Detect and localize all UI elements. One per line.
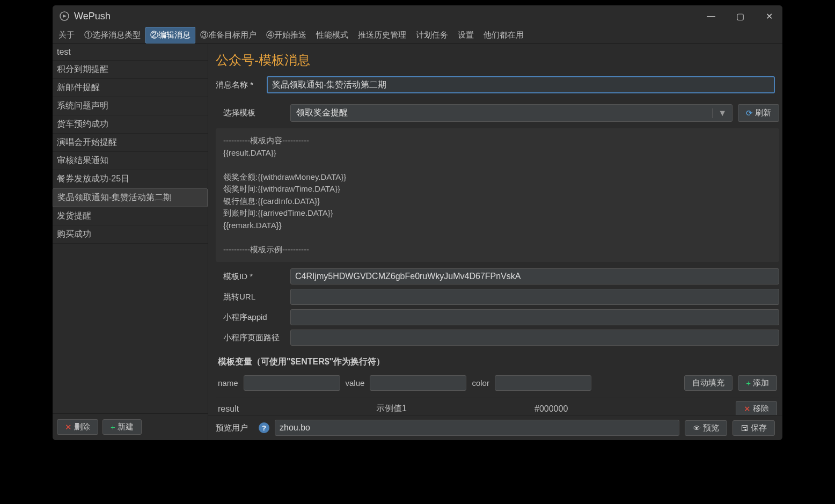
- template-select-value: 领取奖金提醒: [296, 107, 348, 119]
- tab-7[interactable]: 计划任务: [411, 27, 453, 43]
- refresh-button[interactable]: ⟳刷新: [738, 104, 779, 122]
- message-name-input[interactable]: [267, 76, 775, 93]
- label-var-value: value: [346, 378, 365, 388]
- tab-5[interactable]: 性能模式: [311, 27, 353, 43]
- preview-user-input[interactable]: [275, 420, 679, 436]
- var-row: result示例值1#000000✕移除: [216, 397, 779, 415]
- var-row-value: 示例值1: [376, 403, 534, 414]
- url-input[interactable]: [290, 289, 779, 305]
- chevron-down-icon: ▼: [712, 108, 727, 118]
- page-path-input[interactable]: [290, 330, 779, 346]
- tab-1[interactable]: ①选择消息类型: [79, 27, 145, 43]
- sidebar-item[interactable]: 货车预约成功: [53, 115, 208, 134]
- label-page-path: 小程序页面路径: [223, 333, 285, 343]
- delete-button[interactable]: ✕删除: [57, 419, 98, 435]
- label-message-name: 消息名称: [216, 80, 261, 90]
- minimize-button[interactable]: —: [704, 11, 718, 21]
- vars-title: 模板变量（可使用"$ENTER$"作为换行符）: [216, 352, 779, 372]
- tab-2[interactable]: ②编辑消息: [145, 27, 195, 43]
- template-select[interactable]: 领取奖金提醒 ▼: [290, 104, 733, 122]
- label-template-id: 模板ID: [223, 272, 285, 282]
- tab-bar: 关于①选择消息类型②编辑消息③准备目标用户④开始推送性能模式推送历史管理计划任务…: [53, 27, 782, 44]
- sidebar-item[interactable]: 积分到期提醒: [53, 61, 208, 79]
- label-preview-user: 预览用户: [216, 423, 253, 433]
- tab-6[interactable]: 推送历史管理: [353, 27, 411, 43]
- var-color-input[interactable]: [495, 375, 591, 391]
- var-name-input[interactable]: [244, 375, 340, 391]
- remove-var-button[interactable]: ✕移除: [736, 401, 777, 415]
- template-content-preview: ----------模板内容---------- {{result.DATA}}…: [216, 128, 779, 262]
- sidebar-item[interactable]: 系统问题声明: [53, 97, 208, 115]
- titlebar: WePush — ▢ ✕: [53, 5, 782, 27]
- autofill-button[interactable]: 自动填充: [684, 375, 733, 391]
- appid-input[interactable]: [290, 309, 779, 325]
- sidebar-item[interactable]: test: [53, 44, 208, 61]
- save-icon: 🖫: [741, 423, 749, 433]
- tab-9[interactable]: 他们都在用: [479, 27, 529, 43]
- preview-button[interactable]: 👁预览: [685, 420, 727, 436]
- sidebar-item[interactable]: 演唱会开始提醒: [53, 134, 208, 152]
- sidebar: test积分到期提醒新邮件提醒系统问题声明货车预约成功演唱会开始提醒审核结果通知…: [53, 44, 208, 440]
- label-appid: 小程序appid: [223, 312, 285, 323]
- var-row-color: #000000: [534, 404, 736, 414]
- tab-3[interactable]: ③准备目标用户: [195, 27, 261, 43]
- var-value-input[interactable]: [370, 375, 466, 391]
- tab-0[interactable]: 关于: [54, 27, 79, 43]
- sidebar-item[interactable]: 发货提醒: [53, 207, 208, 225]
- eye-icon: 👁: [693, 423, 701, 433]
- sidebar-item[interactable]: 新邮件提醒: [53, 79, 208, 97]
- sidebar-item[interactable]: 奖品领取通知-集赞活动第二期: [53, 188, 208, 207]
- var-row-name: result: [218, 404, 376, 414]
- add-var-button[interactable]: +添加: [738, 375, 777, 391]
- label-var-color: color: [472, 378, 489, 388]
- page-title: 公众号-模板消息: [208, 44, 782, 74]
- tab-4[interactable]: ④开始推送: [261, 27, 311, 43]
- sidebar-item[interactable]: 审核结果通知: [53, 152, 208, 170]
- sidebar-item[interactable]: 餐券发放成功-25日: [53, 170, 208, 188]
- new-button[interactable]: +新建: [102, 419, 142, 435]
- app-title: WePush: [74, 11, 111, 22]
- app-logo-icon: [59, 11, 70, 21]
- label-select-template: 选择模板: [223, 108, 285, 118]
- save-button[interactable]: 🖫保存: [733, 420, 775, 436]
- maximize-button[interactable]: ▢: [733, 11, 747, 21]
- label-url: 跳转URL: [223, 292, 285, 302]
- label-var-name: name: [218, 378, 238, 388]
- template-id-input[interactable]: [290, 268, 779, 284]
- help-icon[interactable]: ?: [259, 422, 269, 433]
- tab-8[interactable]: 设置: [453, 27, 479, 43]
- sidebar-list: test积分到期提醒新邮件提醒系统问题声明货车预约成功演唱会开始提醒审核结果通知…: [53, 44, 208, 413]
- close-button[interactable]: ✕: [762, 11, 776, 21]
- sidebar-item[interactable]: 购买成功: [53, 225, 208, 244]
